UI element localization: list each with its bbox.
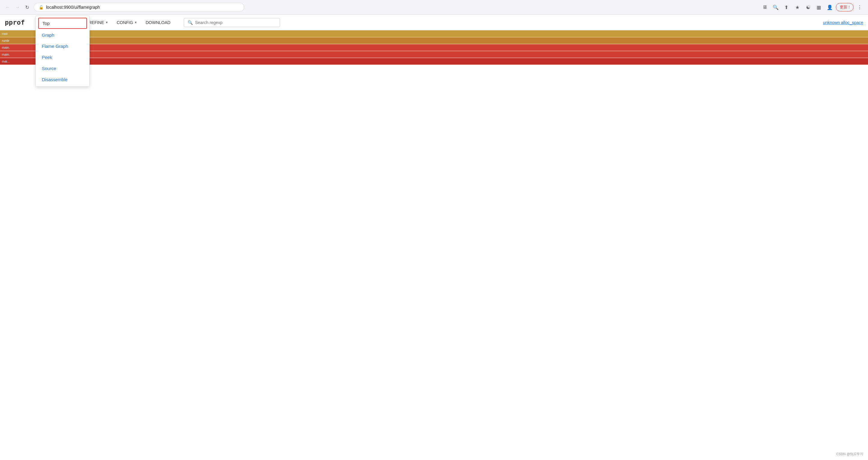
address-bar[interactable]: 🔓 localhost:9900/ui/flamegraph [34,3,244,12]
nav-config[interactable]: CONFIG ▼ [113,18,141,27]
browser-chrome: ← → ↻ 🔓 localhost:9900/ui/flamegraph 🖥 🔍… [0,0,868,15]
flamegraph-content: root runtir main. main. mai... [0,30,868,65]
browser-actions: 🖥 🔍 ⬆ ★ ☯ ▦ 👤 更新 ! ⋮ [760,2,864,12]
sidebar-button[interactable]: ▦ [814,2,824,12]
back-button[interactable]: ← [4,3,12,11]
profile-link[interactable]: unknown alloc_space [823,20,863,25]
dropdown-item-top[interactable]: Top [38,18,87,29]
search-box[interactable]: 🔍 [184,18,280,27]
flame-bar-main1 [30,44,868,51]
search-icon: 🔍 [188,20,193,25]
flame-label-main1: main. [0,44,30,51]
search-page-button[interactable]: 🔍 [771,2,780,12]
flame-label-main2: main. [0,51,30,58]
search-input[interactable] [195,20,276,25]
flame-bar-root [30,30,868,37]
url-text: localhost:9900/ui/flamegraph [46,5,100,10]
dropdown-item-graph[interactable]: Graph [36,29,89,41]
config-chevron-icon: ▼ [134,21,137,24]
flame-bar-runtime [30,37,868,44]
nav-download[interactable]: DOWNLOAD [142,18,174,27]
forward-button[interactable]: → [13,3,22,11]
flame-label-main3: mai... [0,58,30,65]
menu-button[interactable]: ⋮ [855,2,864,12]
flame-row-root[interactable]: root [0,30,868,37]
flame-bar-main3 [30,58,868,65]
app-logo: pprof [5,19,25,26]
dropdown-item-flamegraph[interactable]: Flame Graph [36,41,89,52]
dropdown-item-peek[interactable]: Peek [36,52,89,63]
flame-row-main3[interactable]: mai... [0,58,868,65]
dropdown-item-source[interactable]: Source [36,63,89,65]
browser-toolbar: ← → ↻ 🔓 localhost:9900/ui/flamegraph 🖥 🔍… [0,0,868,14]
share-button[interactable]: ⬆ [782,2,791,12]
reload-button[interactable]: ↻ [23,3,31,11]
flame-label-runtime: runtir [0,37,30,44]
view-dropdown-menu: Top Graph Flame Graph Peek Source Disass… [35,15,90,65]
bookmark-button[interactable]: ★ [793,2,802,12]
lock-icon: 🔓 [39,5,43,10]
flame-label-root: root [0,30,30,37]
flame-row-main1[interactable]: main. [0,44,868,51]
account-button[interactable]: 👤 [825,2,835,12]
cast-button[interactable]: 🖥 [760,2,770,12]
app-header: pprof VIEW ▼ SAMPLE ▼ REFINE ▼ CONFIG ▼ … [0,15,868,30]
refine-chevron-icon: ▼ [105,21,108,24]
flame-row-main2[interactable]: main. [0,51,868,58]
extensions-button[interactable]: ☯ [803,2,813,12]
flame-bar-main2 [30,51,868,58]
update-button[interactable]: 更新 ! [836,3,854,11]
flame-row-runtime[interactable]: runtir [0,37,868,44]
flame-container: root runtir main. main. mai... [0,30,868,65]
browser-nav-buttons: ← → ↻ [4,3,31,11]
